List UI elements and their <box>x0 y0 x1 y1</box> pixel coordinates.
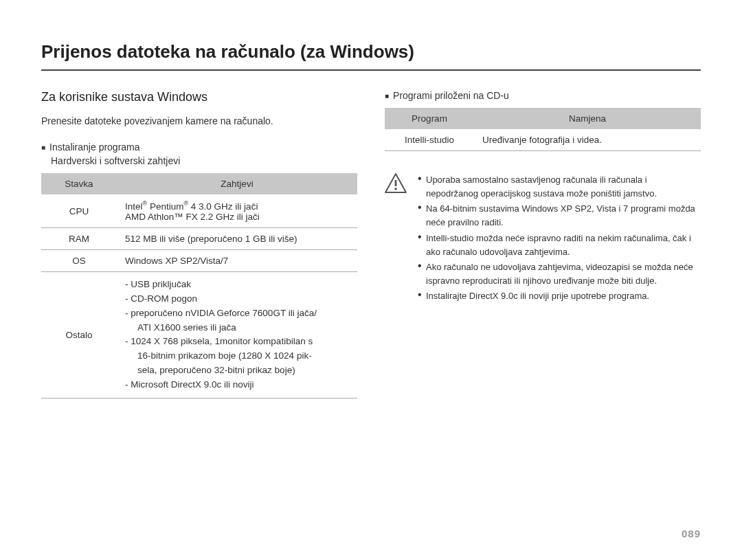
install-heading: Instaliranje programa <box>41 142 357 153</box>
svg-point-2 <box>394 188 397 190</box>
list-item: Na 64-bitnim sustavima Windows XP SP2, V… <box>418 202 701 229</box>
intro-text: Prenesite datoteke povezivanjem kamere n… <box>41 114 357 128</box>
table-header-purpose: Namjena <box>474 108 701 129</box>
cpu-label: CPU <box>41 194 117 227</box>
ram-label: RAM <box>41 227 117 249</box>
os-requirement: Windows XP SP2/Vista/7 <box>117 249 357 271</box>
table-row: OS Windows XP SP2/Vista/7 <box>41 249 357 271</box>
warning-block: Uporaba samostalno sastavljenog računala… <box>385 173 701 304</box>
table-row: RAM 512 MB ili više (preporučeno 1 GB il… <box>41 227 357 249</box>
table-row: Ostalo - USB priključak - CD-ROM pogon -… <box>41 271 357 398</box>
table-header-requirement: Zahtjevi <box>117 173 357 194</box>
list-item: Intelli-studio možda neće ispravno radit… <box>418 232 701 259</box>
os-label: OS <box>41 249 117 271</box>
cpu-requirement: Intel® Pentium® 4 3.0 GHz ili jači AMD A… <box>117 194 357 227</box>
list-item: Ako računalo ne udovoljava zahtjevima, v… <box>418 260 701 288</box>
table-row: CPU Intel® Pentium® 4 3.0 GHz ili jači A… <box>41 194 357 227</box>
table-row: Intelli-studio Uređivanje fotografija i … <box>385 129 701 151</box>
programs-table: Program Namjena Intelli-studio Uređivanj… <box>385 108 701 151</box>
page-number: 089 <box>682 528 701 539</box>
install-subheading: Hardverski i softverski zahtjevi <box>51 155 357 166</box>
table-header-item: Stavka <box>41 173 117 194</box>
requirements-table: Stavka Zahtjevi CPU Intel® Pentium® 4 3.… <box>41 173 357 399</box>
table-header-program: Program <box>385 108 474 129</box>
other-requirement: - USB priključak - CD-ROM pogon - prepor… <box>117 271 357 398</box>
program-purpose: Uređivanje fotografija i videa. <box>474 129 701 151</box>
page-title: Prijenos datoteka na računalo (za Window… <box>41 41 701 71</box>
other-label: Ostalo <box>41 271 117 398</box>
left-column: Za korisnike sustava Windows Prenesite d… <box>41 90 357 399</box>
section-heading-windows-users: Za korisnike sustava Windows <box>41 90 357 104</box>
list-item: Instalirajte DirectX 9.0c ili noviji pri… <box>418 289 701 303</box>
warning-list: Uporaba samostalno sastavljenog računala… <box>418 173 701 304</box>
program-name: Intelli-studio <box>385 129 474 151</box>
warning-icon <box>385 173 408 304</box>
right-column: Programi priloženi na CD-u Program Namje… <box>385 90 701 399</box>
svg-rect-1 <box>395 180 397 186</box>
ram-requirement: 512 MB ili više (preporučeno 1 GB ili vi… <box>117 227 357 249</box>
programs-heading: Programi priloženi na CD-u <box>385 90 701 101</box>
list-item: Uporaba samostalno sastavljenog računala… <box>418 173 701 201</box>
